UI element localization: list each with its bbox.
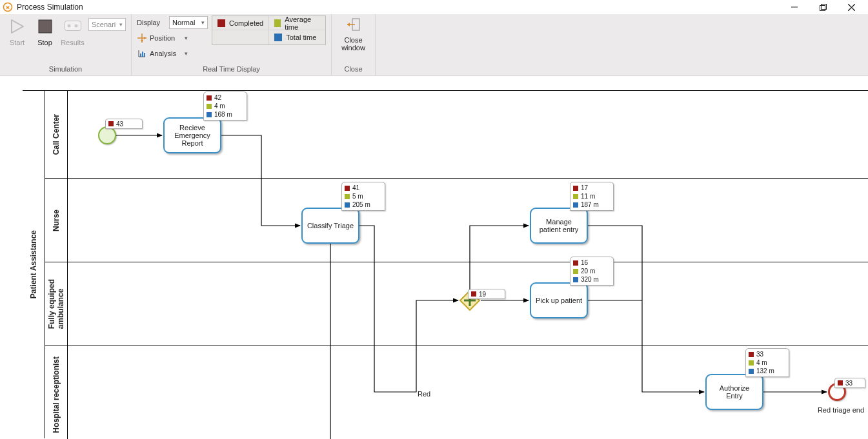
close-window-label: Close window [337,36,370,52]
end-event-counter: 33 [834,378,865,388]
group-label-simulation: Simulation [5,64,126,75]
svg-marker-22 [347,23,350,26]
task-manage-label: Manage patient entry [540,218,579,233]
end-event-count: 33 [845,380,853,387]
legend-average-label: Average time [285,15,320,31]
chevron-down-icon: ▾ [201,19,205,26]
end-event-label: Red triage end [812,406,868,414]
results-button[interactable]: Results [61,15,85,46]
minimize-button[interactable] [780,0,809,14]
square-red-icon [108,121,114,126]
display-mode-select[interactable]: Normal ▾ [169,16,208,29]
analysis-icon [137,48,147,59]
lane-label-receptionist: Hospital receptionist [52,356,61,433]
maximize-button[interactable] [809,0,837,14]
stats-manage: 17 11 m 187 m [570,182,614,211]
position-dropdown[interactable]: ▾ [185,35,188,41]
legend-grid: Completed Average time Total time [212,15,326,45]
task-authorize-entry[interactable]: Authorize Entry [705,374,763,410]
group-label-realtime: Real Time Display [137,64,326,75]
window-controls [780,0,865,14]
chevron-down-icon: ▾ [119,21,123,28]
exit-icon [345,17,363,35]
ribbon-group-realtime: Display Normal ▾ Position ▾ Analysis ▾ [132,14,332,75]
svg-marker-14 [141,40,143,43]
square-blue-icon [274,34,282,41]
legend-completed-label: Completed [229,19,263,27]
square-red-icon [471,291,476,297]
close-window-button[interactable] [837,0,865,14]
svg-rect-7 [39,20,52,33]
title-bar: Process Simulation [0,0,868,14]
stop-button[interactable]: Stop [33,15,57,46]
task-receive-report[interactable]: Recieve Emergency Report [163,117,221,153]
stats-classify: 41 5 m 205 m [341,182,385,211]
flow-label-red: Red [418,390,430,398]
ribbon: Start Stop Results Scenari ▾ Simulation [0,14,868,76]
square-red-icon [217,19,225,27]
position-label: Position [150,34,182,42]
svg-marker-6 [12,20,23,33]
close-window-ribbon-button[interactable]: Close window [337,15,370,52]
gateway-count: 19 [479,291,486,298]
position-icon [137,33,147,43]
svg-rect-8 [65,21,81,31]
task-manage-entry[interactable]: Manage patient entry [530,208,588,244]
scenario-dropdown-text: Scenari [92,21,116,28]
task-classify-triage[interactable]: Classify Triage [301,208,359,244]
legend-total-label: Total time [286,34,316,41]
lane-label-call-center: Call Center [52,114,61,155]
start-event[interactable] [98,126,116,144]
svg-line-4 [848,4,855,11]
stats-authorize: 33 4 m 132 m [745,348,789,377]
svg-point-10 [74,24,77,28]
ribbon-group-simulation: Start Stop Results Scenari ▾ Simulation [0,14,132,75]
stats-receive: 42 4 m 168 m [203,92,247,121]
ribbon-group-close: Close window Close [332,14,376,75]
start-event-counter: 43 [105,119,143,129]
stats-pickup: 16 20 m 320 m [570,257,614,286]
square-red-icon [838,380,843,385]
scenario-dropdown[interactable]: Scenari ▾ [88,18,126,31]
svg-point-9 [67,24,70,28]
results-button-label: Results [61,39,85,46]
task-pickup-label: Pick up patient [536,297,582,304]
stop-button-label: Stop [33,39,57,46]
lane-label-ambulance: Fully equiped ambulance [47,279,65,329]
analysis-label: Analysis [150,50,182,57]
svg-marker-13 [144,37,146,39]
svg-rect-2 [820,5,825,10]
display-mode-value: Normal [172,19,195,26]
square-olive-icon [274,19,281,27]
task-receive-label: Recieve Emergency Report [174,124,210,147]
window-title: Process Simulation [17,3,83,12]
task-authorize-label: Authorize Entry [720,384,749,400]
start-event-count: 43 [116,121,123,128]
svg-rect-19 [144,53,145,57]
task-pickup-patient[interactable]: Pick up patient [530,282,588,318]
legend-completed[interactable]: Completed [212,16,268,30]
gateway-counter: 19 [468,289,505,299]
diagram-canvas[interactable]: Patient Assistance Call Center Nurse Ful… [0,76,868,439]
svg-rect-17 [140,54,141,57]
analysis-dropdown[interactable]: ▾ [185,50,188,57]
display-label: Display [137,19,167,26]
start-button-label: Start [5,39,29,46]
svg-rect-18 [142,52,143,57]
start-button[interactable]: Start [5,15,29,46]
app-icon [3,2,13,12]
lane-label-nurse: Nurse [52,210,61,231]
group-label-close: Close [337,64,370,75]
svg-rect-3 [821,4,826,9]
legend-average[interactable]: Average time [268,16,325,30]
task-classify-label: Classify Triage [307,222,354,229]
legend-total[interactable]: Total time [268,30,325,44]
svg-line-5 [848,4,855,11]
